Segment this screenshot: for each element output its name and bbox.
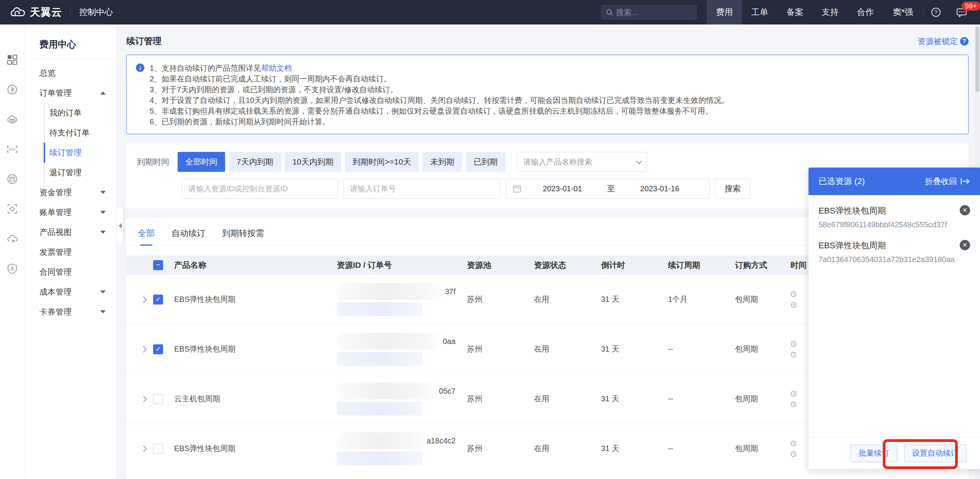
renew-period: --	[668, 394, 735, 403]
resource-locked-link[interactable]: 资源被锁定 ?	[918, 36, 969, 47]
order-number-input[interactable]	[343, 179, 500, 199]
chevron-down-icon	[636, 158, 642, 164]
sidebar-item-overview[interactable]: 总览	[25, 63, 116, 83]
chevron-left-icon	[119, 223, 122, 228]
set-auto-renew-button[interactable]: 设置自动续订	[904, 445, 966, 462]
chip-10-days[interactable]: 10天内到期	[285, 152, 341, 172]
nav-item-support[interactable]: 支持	[812, 0, 848, 24]
resource-status: 在用	[534, 344, 601, 354]
sidebar-item-funds-management[interactable]: 资金管理	[25, 182, 116, 202]
expand-chevron-icon[interactable]	[140, 296, 147, 303]
date-start[interactable]: 2023-01-01	[543, 184, 582, 193]
apps-grid-icon[interactable]	[7, 54, 18, 65]
sidebar-item-renewal-management[interactable]: 续订管理	[25, 143, 116, 163]
product-name-select[interactable]: 请输入产品名称搜索	[517, 152, 647, 172]
nav-item-fees[interactable]: 费用	[707, 0, 742, 24]
chip-7-days[interactable]: 7天内到期	[229, 152, 281, 172]
sidebar-item-pending-payment[interactable]: 待支付订单	[25, 123, 116, 143]
sidebar-item-cost-management[interactable]: 成本管理	[25, 282, 116, 302]
browser-window-icon[interactable]	[7, 174, 18, 184]
sidebar-item-billing-management[interactable]: 账单管理	[25, 202, 116, 222]
row-checkbox[interactable]	[153, 444, 163, 454]
date-to-label: 至	[607, 184, 615, 194]
nav-item-filing[interactable]: 备案	[777, 0, 812, 24]
nav-search[interactable]	[601, 5, 697, 20]
countdown: 31 天	[601, 443, 668, 454]
close-icon: ✕	[962, 241, 967, 249]
resource-id-cell: a18c4c2	[337, 432, 467, 465]
search-icon	[606, 9, 613, 16]
sidebar-item-order-management[interactable]: 订单管理	[25, 83, 116, 103]
cloud-transfer-icon[interactable]	[7, 233, 18, 244]
chip-gte-10-days[interactable]: 到期时间>=10天	[345, 152, 419, 172]
brand[interactable]: 天翼云	[10, 5, 62, 19]
sidebar-item-product-view[interactable]: 产品视图	[25, 222, 116, 242]
console-link[interactable]: 控制中心	[79, 7, 113, 18]
expand-chevron-icon[interactable]	[140, 346, 147, 352]
order-mode: 包周期	[735, 443, 791, 454]
resource-id-cell: 37f	[337, 283, 467, 316]
user-menu[interactable]: 窦*强	[883, 7, 923, 18]
selected-panel-header: 已选资源 (2) 折叠收回	[808, 168, 980, 195]
chevron-down-icon	[100, 231, 106, 234]
chip-expired[interactable]: 已到期	[466, 152, 505, 172]
sidebar-item-coupon-management[interactable]: 卡券管理	[25, 302, 116, 322]
row-checkbox[interactable]: ✓	[153, 344, 163, 354]
help-button[interactable]: ?	[923, 0, 949, 24]
remove-item-button[interactable]: ✕	[960, 205, 970, 215]
col-product-name: 产品名称	[174, 260, 337, 270]
scan-resource-icon[interactable]	[7, 204, 18, 214]
cloud-host-icon[interactable]	[7, 114, 18, 125]
search-button[interactable]: 搜索	[715, 179, 750, 199]
renew-period: --	[668, 345, 735, 354]
sidebar-item-my-orders[interactable]: 我的订单	[25, 103, 116, 123]
chip-not-expired[interactable]: 未到期	[423, 152, 462, 172]
message-badge: 99+	[962, 2, 980, 11]
tab-expire-to-on-demand[interactable]: 到期转按需	[222, 228, 264, 245]
collapse-panel-button[interactable]: 折叠收回	[925, 176, 970, 187]
sidebar-item-unsubscribe-management[interactable]: 退订管理	[25, 163, 116, 182]
remove-item-button[interactable]: ✕	[960, 240, 970, 250]
tab-auto-renew[interactable]: 自动续订	[172, 228, 205, 245]
clock-icon	[791, 440, 797, 446]
redacted-name	[337, 302, 422, 316]
nav-separator	[70, 7, 71, 17]
messages-button[interactable]: 99+	[949, 0, 980, 24]
expand-chevron-icon[interactable]	[140, 445, 147, 452]
resource-id-cell: 05c7	[337, 383, 467, 415]
chip-all-time[interactable]: 全部时间	[178, 152, 225, 172]
product-name: EBS弹性块包周期	[174, 344, 337, 354]
nav-item-tickets[interactable]: 工单	[742, 0, 777, 24]
dashboard-icon[interactable]	[7, 84, 18, 95]
resource-status: 在用	[534, 294, 601, 305]
resource-id-input[interactable]	[182, 179, 338, 199]
help-doc-link[interactable]: 帮助文档	[261, 64, 292, 72]
selected-item-id: 58e679f8061149bbbf42548c555cd37f	[818, 220, 947, 229]
cloud-logo-icon	[10, 7, 26, 18]
sidebar-item-invoice-management[interactable]: 发票管理	[25, 242, 116, 262]
countdown: 31 天	[601, 344, 668, 354]
nav-item-partners[interactable]: 合作	[848, 0, 883, 24]
sidebar-collapse-handle[interactable]	[117, 207, 123, 245]
vpc-icon[interactable]: VPC	[7, 144, 18, 155]
calendar-icon	[513, 184, 521, 193]
tab-all[interactable]: 全部	[138, 228, 155, 245]
order-mode: 包周期	[735, 394, 791, 404]
scrollbar-thumb[interactable]	[975, 27, 979, 92]
select-all-checkbox[interactable]: −	[153, 260, 163, 270]
product-name: EBS弹性块包周期	[174, 443, 337, 454]
notice-line: 3、对于7天内到期的资源，或已到期的资源，不支持设置/修改自动续订。	[150, 84, 729, 95]
date-end[interactable]: 2023-01-16	[640, 184, 679, 193]
selected-resources-panel: 已选资源 (2) 折叠收回 EBS弹性块包周期 58e679f8061149bb…	[808, 168, 980, 469]
notice-line: 2、如果在自动续订前已完成人工续订，则同一周期内不会再自动续订。	[150, 73, 729, 84]
expand-chevron-icon[interactable]	[140, 396, 147, 402]
sidebar-item-contract-management[interactable]: 合同管理	[25, 262, 116, 282]
col-renew-period: 续订周期	[668, 260, 735, 270]
security-shield-icon[interactable]	[7, 263, 17, 274]
batch-renew-button[interactable]: 批量续订	[851, 445, 897, 462]
row-checkbox[interactable]: ✓	[153, 295, 163, 305]
date-range-picker[interactable]: 2023-01-01 至 2023-01-16	[506, 179, 710, 199]
renew-period: 1个月	[668, 294, 735, 305]
row-checkbox[interactable]	[153, 394, 163, 404]
nav-search-input[interactable]	[616, 8, 685, 17]
